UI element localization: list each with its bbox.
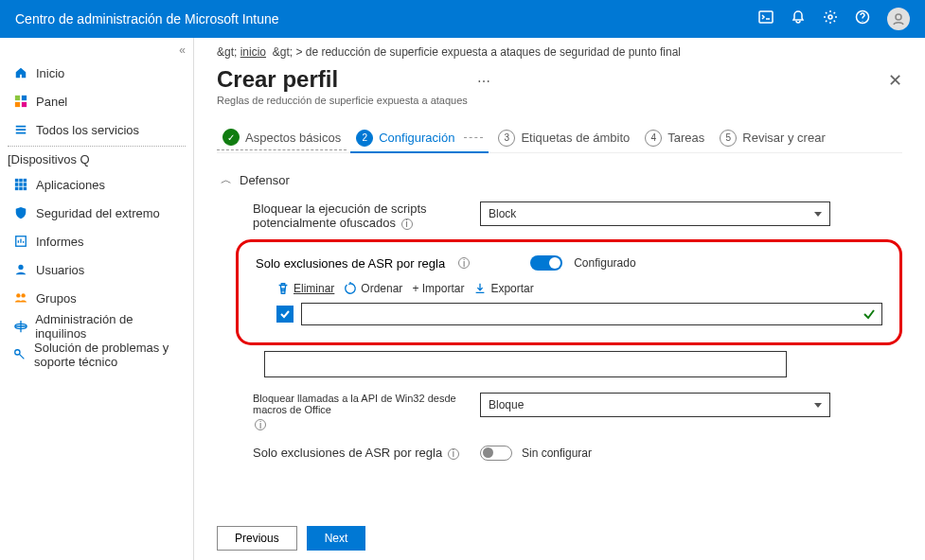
nav-groups[interactable]: Grupos <box>0 284 193 312</box>
wizard-buttons: Previous Next <box>217 526 365 551</box>
breadcrumb: &gt; inicio &gt; > de reducción de super… <box>217 45 902 59</box>
svg-rect-8 <box>15 179 19 183</box>
step-number: 4 <box>645 130 662 147</box>
app-header: Centro de administración de Microsoft In… <box>0 0 925 38</box>
info-icon[interactable]: i <box>448 448 459 460</box>
header-actions <box>758 8 910 30</box>
delete-button[interactable]: Eliminar <box>276 282 334 295</box>
step-label: Revisar y crear <box>742 131 825 145</box>
nav-endpoint-security[interactable]: Seguridad del extremo <box>0 199 193 227</box>
step-configuration[interactable]: 2 Configuración <box>350 126 489 150</box>
new-exclusion-input[interactable] <box>264 351 787 377</box>
groups-icon <box>13 290 28 306</box>
help-icon[interactable] <box>855 9 870 28</box>
svg-rect-13 <box>24 183 27 186</box>
select-block-win32[interactable]: Bloque <box>480 393 830 417</box>
exclusion-row <box>256 303 882 325</box>
more-actions-icon[interactable]: ⋯ <box>477 66 490 89</box>
shield-icon <box>13 205 28 220</box>
select-block-obfuscated[interactable]: Block <box>480 201 830 226</box>
app-title: Centro de administración de Microsoft In… <box>15 11 758 26</box>
nav-label: Inicio <box>36 66 64 80</box>
nav-users[interactable]: Usuarios <box>0 255 193 284</box>
page-header: Crear perfil Reglas de reducción de supe… <box>217 66 902 106</box>
breadcrumb-home[interactable]: inicio <box>240 45 266 59</box>
check-icon: ✓ <box>222 129 240 146</box>
svg-point-19 <box>16 293 20 297</box>
import-button[interactable]: + Importar <box>412 282 464 295</box>
svg-rect-4 <box>15 96 20 100</box>
breadcrumb-tail: > de reducción de superficie expuesta a … <box>295 45 681 59</box>
step-label: Configuración <box>379 131 454 145</box>
export-button[interactable]: Exportar <box>473 282 533 295</box>
nav-label: Grupos <box>36 291 77 306</box>
asr-exclusions-highlight: Solo exclusiones de ASR por regla i Conf… <box>236 239 902 345</box>
nav-label: Seguridad del extremo <box>36 206 160 220</box>
notifications-icon[interactable] <box>791 9 806 28</box>
nav-section-devices[interactable]: [Dispositivos Q <box>0 149 193 170</box>
collapse-sidebar-icon[interactable]: « <box>0 42 193 59</box>
svg-rect-16 <box>24 187 27 191</box>
wizard-steps: ✓ Aspectos básicos 2 Configuración 3 Eti… <box>217 125 902 153</box>
main-content: &gt; inicio &gt; > de reducción de super… <box>194 38 925 560</box>
nav-apps[interactable]: Aplicaciones <box>0 170 193 199</box>
step-label: Etiquetas de ámbito <box>521 131 630 145</box>
svg-rect-15 <box>19 187 23 191</box>
step-label: Tareas <box>667 131 704 145</box>
page-title: Crear perfil <box>217 66 468 93</box>
previous-button[interactable]: Previous <box>217 526 297 551</box>
svg-rect-12 <box>19 183 23 186</box>
select-value: Bloque <box>489 398 524 411</box>
close-icon[interactable]: ✕ <box>888 66 902 91</box>
info-icon[interactable]: i <box>401 219 413 230</box>
svg-rect-0 <box>759 11 773 23</box>
nav-all-services[interactable]: Todos los servicios <box>0 115 193 144</box>
step-assignments[interactable]: 4 Tareas <box>639 126 710 150</box>
svg-rect-7 <box>22 102 27 107</box>
field-block-obfuscated-scripts: Bloquear la ejecución de scripts potenci… <box>253 201 902 230</box>
nav-label: Usuarios <box>36 263 84 277</box>
nav-label: Panel <box>36 95 67 109</box>
users-icon <box>13 262 28 277</box>
row-checkbox[interactable] <box>276 306 294 323</box>
chevron-up-icon: ︿ <box>221 172 232 188</box>
field-block-win32-api: Bloquear llamadas a la API de Win32 desd… <box>253 393 902 430</box>
nav-label: Todos los servicios <box>36 123 139 137</box>
settings-icon[interactable] <box>823 9 838 28</box>
nav-dashboard[interactable]: Panel <box>0 87 193 115</box>
sidebar: « Inicio Panel Todos los servicios [Disp… <box>0 38 194 560</box>
step-basics[interactable]: ✓ Aspectos básicos <box>217 125 347 150</box>
svg-point-20 <box>21 293 25 297</box>
dashboard-icon <box>13 94 28 109</box>
nav-home[interactable]: Inicio <box>0 59 193 87</box>
info-icon[interactable]: i <box>458 257 470 269</box>
user-avatar[interactable] <box>887 8 910 30</box>
page-subtitle: Reglas de reducción de superficie expues… <box>217 95 468 106</box>
home-icon <box>13 65 28 80</box>
step-scope-tags[interactable]: 3 Etiquetas de ámbito <box>492 126 635 150</box>
cloud-shell-icon[interactable] <box>758 9 774 28</box>
info-icon[interactable]: i <box>255 419 266 430</box>
sort-icon <box>344 282 357 295</box>
step-number: 5 <box>720 130 737 147</box>
section-defender[interactable]: ︿ Defensor <box>217 166 902 194</box>
tenant-icon <box>13 319 27 334</box>
step-review[interactable]: 5 Revisar y crear <box>714 126 830 150</box>
svg-point-18 <box>18 265 23 270</box>
exclusions-toolbar: Eliminar Ordenar + Importar Exportar <box>256 282 882 295</box>
select-value: Block <box>489 207 516 220</box>
nav-troubleshoot[interactable]: Solución de problemas y soporte técnico <box>0 341 193 369</box>
nav-tenant-admin[interactable]: Administración de inquilinos <box>0 312 193 341</box>
svg-rect-11 <box>15 183 19 186</box>
asr-toggle-2[interactable] <box>480 446 512 461</box>
next-button[interactable]: Next <box>307 526 366 551</box>
exclusion-input[interactable] <box>301 303 882 325</box>
section-title: Defensor <box>240 173 290 187</box>
nav-reports[interactable]: Informes <box>0 227 193 255</box>
field-label: Bloquear la ejecución de scripts potenci… <box>253 201 480 230</box>
sort-button[interactable]: Ordenar <box>344 282 402 295</box>
asr-toggle[interactable] <box>530 255 562 271</box>
step-number: 3 <box>498 130 515 147</box>
toggle-label: Solo exclusiones de ASR por regla <box>256 256 445 271</box>
svg-rect-9 <box>19 179 23 183</box>
